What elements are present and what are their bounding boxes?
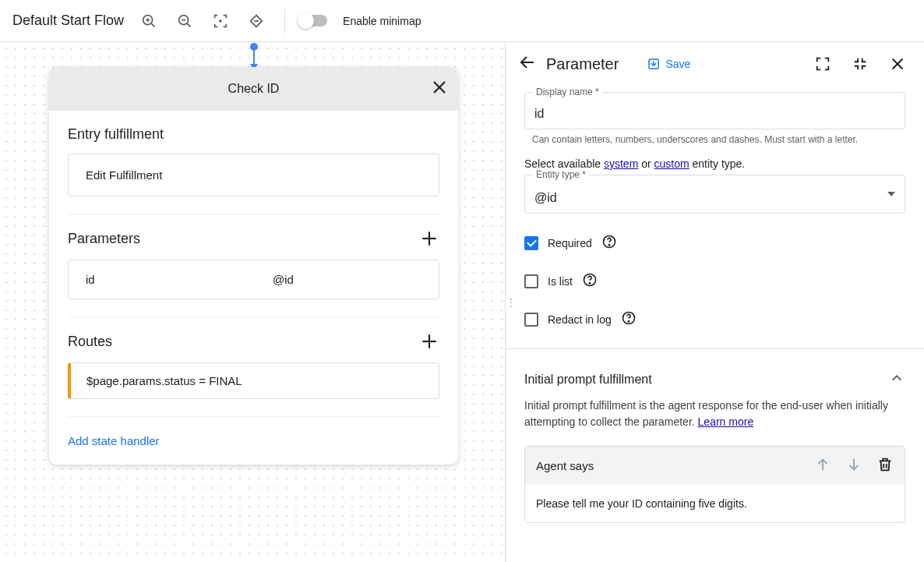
svg-point-20: [608, 245, 609, 246]
redact-label: Redact in log: [548, 313, 612, 326]
system-link[interactable]: system: [604, 157, 638, 170]
add-state-handler-link[interactable]: Add state handler: [68, 434, 439, 447]
delete-icon[interactable]: [876, 456, 894, 475]
parameter-row[interactable]: id @id: [68, 260, 439, 299]
redact-checkbox[interactable]: [524, 313, 538, 327]
save-button[interactable]: Save: [647, 57, 690, 71]
help-icon[interactable]: [621, 310, 637, 328]
close-icon[interactable]: [430, 78, 449, 100]
svg-point-22: [589, 283, 590, 284]
back-icon[interactable]: [518, 53, 537, 75]
chevron-down-icon: [887, 192, 895, 196]
display-name-value: id: [534, 107, 895, 121]
flow-canvas[interactable]: Check ID Entry fulfillment Edit Fulfillm…: [0, 42, 505, 562]
required-label: Required: [548, 237, 592, 249]
connector: [253, 46, 255, 69]
flow-title: Default Start Flow: [12, 12, 124, 29]
card-header: Check ID: [49, 67, 458, 111]
edit-fulfillment-button[interactable]: Edit Fulfillment: [68, 154, 439, 196]
help-icon[interactable]: [601, 234, 617, 252]
svg-point-7: [220, 20, 221, 22]
agent-says-card: Agent says Please tell me your ID contai…: [524, 446, 905, 523]
card-title: Check ID: [228, 82, 280, 96]
ipf-header[interactable]: Initial prompt fulfillment: [506, 355, 924, 398]
display-name-field[interactable]: Display name * id: [524, 92, 905, 129]
entity-type-value: @id: [534, 191, 895, 205]
svg-line-1: [151, 23, 154, 27]
fullscreen-icon[interactable]: [809, 50, 837, 78]
minimap-toggle[interactable]: [299, 15, 327, 27]
custom-link[interactable]: custom: [654, 157, 689, 170]
svg-line-5: [187, 23, 190, 27]
param-type: @id: [273, 273, 294, 286]
route-row[interactable]: $page.params.status = FINAL: [68, 362, 439, 399]
add-parameter-icon[interactable]: [419, 228, 439, 249]
reset-icon[interactable]: [242, 7, 270, 35]
routes-heading: Routes: [68, 331, 439, 352]
add-route-icon[interactable]: [419, 331, 439, 352]
param-name: id: [86, 273, 273, 286]
required-checkbox[interactable]: [524, 236, 538, 250]
islist-checkbox[interactable]: [524, 274, 538, 288]
display-name-helper: Can contain letters, numbers, underscore…: [532, 134, 905, 145]
svg-point-24: [628, 321, 629, 322]
fit-screen-icon[interactable]: [206, 7, 235, 35]
move-down-icon[interactable]: [845, 456, 862, 475]
parameter-panel: ⋮⋮ Parameter Save Display name * id Can …: [505, 42, 924, 562]
page-card: Check ID Entry fulfillment Edit Fulfillm…: [49, 67, 458, 465]
entry-fulfillment-heading: Entry fulfillment: [68, 126, 439, 143]
ipf-description: Initial prompt fulfillment is the agent …: [506, 398, 924, 440]
display-name-label: Display name *: [533, 87, 602, 97]
entity-help-line: Select available system or custom entity…: [524, 157, 905, 170]
entity-type-select[interactable]: Entity type * @id: [524, 175, 905, 214]
toolbar: Default Start Flow Enable minimap: [0, 0, 924, 42]
agent-says-label: Agent says: [536, 459, 594, 472]
islist-label: Is list: [548, 275, 573, 288]
parameters-heading: Parameters: [68, 228, 439, 249]
chevron-up-icon: [888, 369, 905, 390]
collapse-icon[interactable]: [846, 50, 874, 78]
help-icon[interactable]: [582, 272, 598, 290]
divider: [284, 9, 285, 34]
close-panel-icon[interactable]: [883, 50, 912, 78]
agent-text-input[interactable]: Please tell me your ID containing five d…: [525, 485, 905, 522]
minimap-label: Enable minimap: [343, 15, 421, 27]
move-up-icon[interactable]: [814, 456, 831, 475]
resize-handle[interactable]: ⋮⋮: [505, 291, 510, 314]
learn-more-link[interactable]: Learn more: [698, 415, 754, 428]
panel-title: Parameter: [546, 55, 619, 73]
entity-type-label: Entity type *: [533, 169, 589, 180]
zoom-out-icon[interactable]: [171, 7, 199, 35]
zoom-in-icon[interactable]: [135, 7, 163, 35]
